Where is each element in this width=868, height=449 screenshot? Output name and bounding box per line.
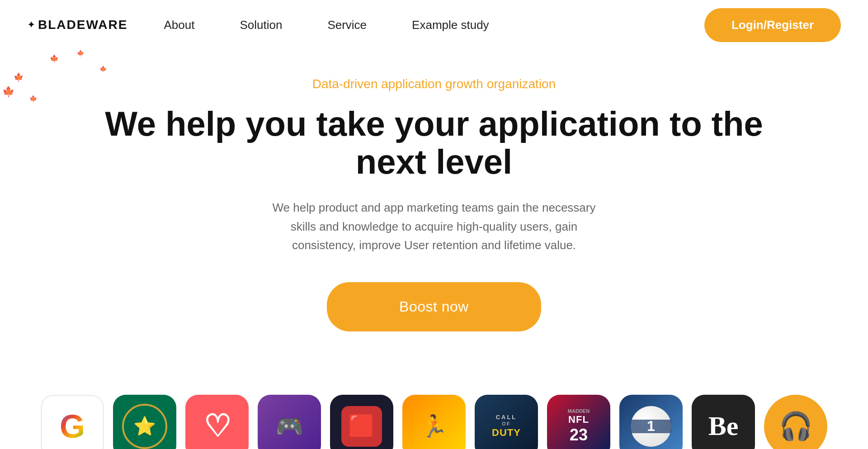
hero-title: We help you take your application to the… <box>90 105 778 180</box>
app-google[interactable]: G <box>41 395 104 449</box>
madden-23-label: 23 <box>570 425 588 444</box>
app-airbnb[interactable]: ♡ <box>185 395 249 449</box>
logo-text: BLADEWARE <box>38 18 127 32</box>
navbar: ✦ BLADEWARE About Solution Service Examp… <box>0 0 868 50</box>
madden-label: MADDEN <box>568 408 590 414</box>
nav-about[interactable]: About <box>164 18 194 32</box>
cod-call-label: CALL <box>496 414 517 421</box>
cod-of-label: OF <box>502 421 510 427</box>
app-game-character[interactable]: 🎮 <box>258 395 321 449</box>
app-madden-nfl[interactable]: MADDEN NFL 23 <box>547 395 610 449</box>
cod-text: CALL OF DUTY <box>492 414 521 439</box>
apps-row: G ⭐ ♡ 🎮 🟥 🏃 CALL OF DUTY <box>27 395 841 449</box>
madden-text: MADDEN NFL 23 <box>568 408 590 444</box>
starbucks-inner: ⭐ <box>122 404 167 449</box>
login-register-button[interactable]: Login/Register <box>704 8 841 42</box>
billiards-ball: 1 <box>631 406 671 447</box>
roblox-icon: 🟥 <box>341 406 382 447</box>
game-character-icon: 🎮 <box>258 395 321 449</box>
airbnb-logo: ♡ <box>203 408 231 444</box>
app-8-ball-pool[interactable]: 1 <box>619 395 683 449</box>
hero-subtitle: Data-driven application growth organizat… <box>312 77 556 91</box>
app-behance[interactable]: Be <box>692 395 755 449</box>
app-roblox[interactable]: 🟥 <box>330 395 393 449</box>
cod-duty-label: DUTY <box>492 427 521 439</box>
logo-icon: ✦ <box>27 19 35 31</box>
app-starbucks[interactable]: ⭐ <box>113 395 176 449</box>
behance-logo: Be <box>708 411 739 442</box>
nav-example-study[interactable]: Example study <box>412 18 489 32</box>
support-headset-icon: 🎧 <box>779 410 813 442</box>
billiards-number: 1 <box>647 418 655 435</box>
subway-icon: 🏃 <box>420 414 448 439</box>
nav-links: About Solution Service Example study <box>164 18 704 32</box>
madden-nfl-label: NFL <box>568 414 589 425</box>
support-chat-button[interactable]: 🎧 <box>764 395 827 449</box>
nav-service[interactable]: Service <box>327 18 367 32</box>
hero-description: We help product and app marketing teams … <box>262 199 606 255</box>
nav-solution[interactable]: Solution <box>240 18 282 32</box>
boost-now-button[interactable]: Boost now <box>327 282 541 331</box>
app-call-of-duty[interactable]: CALL OF DUTY <box>475 395 538 449</box>
google-g-letter: G <box>60 408 85 445</box>
apps-section: G ⭐ ♡ 🎮 🟥 🏃 CALL OF DUTY <box>0 368 868 449</box>
logo[interactable]: ✦ BLADEWARE <box>27 18 127 32</box>
hero-section: Data-driven application growth organizat… <box>0 50 868 368</box>
app-subway-surfers[interactable]: 🏃 <box>402 395 466 449</box>
